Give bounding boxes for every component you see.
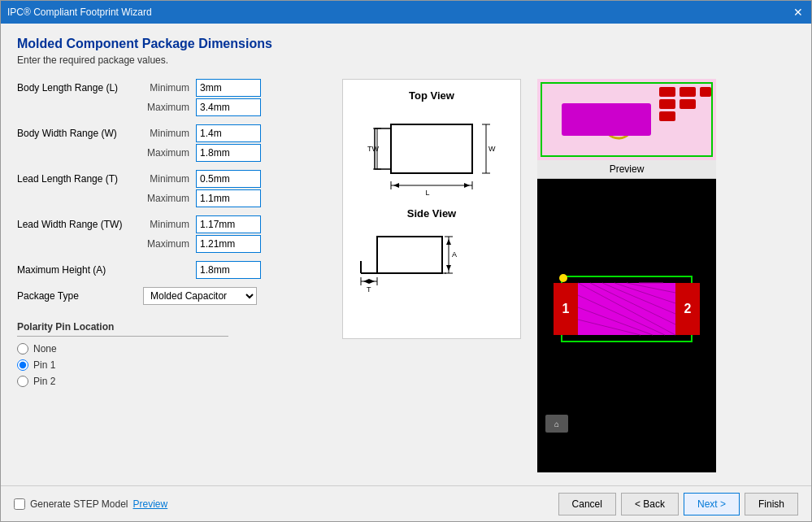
page-subtitle: Enter the required package values. <box>17 54 795 66</box>
svg-rect-38 <box>659 111 675 121</box>
lead-length-label: Lead Length Range (T) <box>17 173 143 185</box>
body-length-max-input[interactable] <box>196 98 261 116</box>
package-type-label: Package Type <box>17 290 143 302</box>
svg-marker-22 <box>363 279 369 284</box>
side-view-diagram: T A <box>353 224 483 298</box>
next-button[interactable]: Next > <box>684 493 740 515</box>
max-height-label: Maximum Height (A) <box>17 264 143 276</box>
svg-marker-23 <box>369 279 375 284</box>
polarity-pin1-radio[interactable] <box>17 359 28 371</box>
lead-width-min-label: Minimum <box>143 219 196 230</box>
lead-length-group: Lead Length Range (T) Minimum Maximum <box>17 170 326 207</box>
package-type-select[interactable]: Molded Capacitor Molded Inductor Molded … <box>143 287 257 305</box>
polarity-none-label: None <box>33 343 57 355</box>
body-length-min-input[interactable] <box>196 79 261 97</box>
svg-marker-13 <box>393 183 399 188</box>
package-type-group: Package Type Molded Capacitor Molded Ind… <box>17 287 326 305</box>
form-diagram-row: Body Length Range (L) Minimum Maximum <box>17 79 795 472</box>
body-length-label: Body Length Range (L) <box>17 82 143 94</box>
svg-point-58 <box>559 274 567 282</box>
title-bar: IPC® Compliant Footprint Wizard ✕ <box>1 1 811 24</box>
polarity-pin1-row: Pin 1 <box>17 359 326 371</box>
lead-length-min-label: Minimum <box>143 173 196 185</box>
svg-text:2: 2 <box>684 302 692 315</box>
polarity-pin2-radio[interactable] <box>17 376 28 387</box>
svg-text:A: A <box>452 250 457 259</box>
generate-step-label: Generate STEP Model <box>30 498 128 510</box>
lead-width-max-input[interactable] <box>196 235 261 253</box>
header-section: Molded Component Package Dimensions Ente… <box>17 37 795 66</box>
footer-left: Generate STEP Model Preview <box>14 498 167 510</box>
lead-length-min-input[interactable] <box>196 170 261 188</box>
svg-text:L: L <box>425 189 429 197</box>
footer-bar: Generate STEP Model Preview Cancel < Bac… <box>1 485 811 521</box>
svg-text:TW: TW <box>367 145 379 153</box>
preview-header: Preview <box>537 160 716 179</box>
top-view-diagram: TW W L <box>367 108 497 198</box>
lead-width-group: Lead Width Range (TW) Minimum Maximum <box>17 215 326 253</box>
top-pcb-svg <box>537 79 716 160</box>
lead-width-label: Lead Width Range (TW) <box>17 219 143 230</box>
body-width-label: Body Width Range (W) <box>17 128 143 139</box>
polarity-section: Polarity Pin Location None Pin 1 Pin 2 <box>17 321 326 387</box>
main-panel: Molded Component Package Dimensions Ente… <box>1 24 811 485</box>
body-width-min-input[interactable] <box>196 124 261 142</box>
preview-link[interactable]: Preview <box>133 498 168 510</box>
polarity-pin1-label: Pin 1 <box>33 359 55 371</box>
back-button[interactable]: < Back <box>621 493 679 515</box>
body-length-group: Body Length Range (L) Minimum Maximum <box>17 79 326 116</box>
svg-rect-36 <box>659 99 675 109</box>
polarity-pin2-row: Pin 2 <box>17 376 326 387</box>
polarity-none-row: None <box>17 343 326 355</box>
lead-length-max-label: Maximum <box>143 193 196 204</box>
body-width-group: Body Width Range (W) Minimum Maximum <box>17 124 326 162</box>
svg-rect-35 <box>700 87 711 97</box>
page-title: Molded Component Package Dimensions <box>17 37 795 51</box>
main-window: IPC® Compliant Footprint Wizard ✕ Molded… <box>0 0 812 522</box>
polarity-pin2-label: Pin 2 <box>33 376 55 387</box>
svg-text:1: 1 <box>562 302 570 315</box>
svg-rect-37 <box>680 99 696 109</box>
lead-length-max-input[interactable] <box>196 189 261 207</box>
body-width-min-label: Minimum <box>143 128 196 139</box>
content-area: Molded Component Package Dimensions Ente… <box>1 24 811 485</box>
max-height-group: Maximum Height (A) <box>17 261 326 279</box>
footer-buttons: Cancel < Back Next > Finish <box>558 493 798 515</box>
cancel-button[interactable]: Cancel <box>558 493 616 515</box>
top-pcb-thumbnail <box>537 79 716 160</box>
side-view-title: Side View <box>353 207 510 220</box>
generate-step-checkbox[interactable] <box>14 498 25 510</box>
top-view-title: Top View <box>353 89 510 102</box>
svg-text:T: T <box>367 285 371 294</box>
right-panel: Preview <box>537 79 716 472</box>
polarity-title: Polarity Pin Location <box>17 321 228 337</box>
svg-rect-33 <box>659 87 675 97</box>
svg-rect-0 <box>391 124 472 173</box>
svg-text:⌂: ⌂ <box>554 420 559 428</box>
preview-pcb-svg: 1 2 ⌂ <box>537 179 716 439</box>
svg-rect-34 <box>680 87 696 97</box>
max-height-input[interactable] <box>196 261 261 279</box>
svg-marker-28 <box>446 239 451 245</box>
lead-width-min-input[interactable] <box>196 215 261 233</box>
close-button[interactable]: ✕ <box>792 6 805 19</box>
body-width-max-label: Maximum <box>143 147 196 159</box>
svg-text:W: W <box>489 145 496 153</box>
polarity-none-radio[interactable] <box>17 343 28 355</box>
svg-marker-29 <box>446 265 451 271</box>
preview-image: 1 2 ⌂ <box>537 179 716 472</box>
body-length-max-label: Maximum <box>143 102 196 113</box>
window-title: IPC® Compliant Footprint Wizard <box>7 7 152 18</box>
body-width-max-input[interactable] <box>196 144 261 162</box>
body-length-min-label: Minimum <box>143 82 196 94</box>
diagram-section: Top View TW <box>342 79 521 339</box>
lead-width-max-label: Maximum <box>143 238 196 250</box>
form-section: Body Length Range (L) Minimum Maximum <box>17 79 326 472</box>
svg-rect-41 <box>562 103 651 136</box>
svg-marker-14 <box>464 183 470 188</box>
finish-button[interactable]: Finish <box>745 493 798 515</box>
